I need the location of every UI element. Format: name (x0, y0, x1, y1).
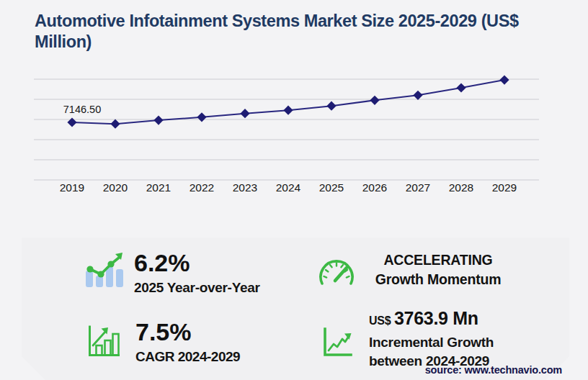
x-tick-label: 2023 (233, 181, 257, 194)
stat-momentum: ACCELERATING Growth Momentum (317, 252, 533, 292)
x-tick-label: 2027 (406, 181, 430, 194)
x-tick-label: 2020 (103, 181, 128, 194)
line-growth-icon (323, 327, 353, 360)
stat-cagr: 7.5% CAGR 2024-2029 (88, 320, 290, 364)
stat-incremental: US$ 3763.9 Mn Incremental Growth between… (323, 308, 553, 368)
data-point-label: 7146.50 (63, 104, 101, 115)
x-tick-label: 2028 (449, 181, 473, 194)
data-point-marker (197, 112, 206, 122)
incremental-label-line1: Incremental Growth (369, 334, 494, 350)
incremental-value: 3763.9 Mn (394, 308, 478, 328)
stat-yoy: 6.2% 2025 Year-over-Year (85, 250, 287, 294)
yoy-value: 6.2% (134, 250, 260, 275)
bar-chart-frame-icon (88, 325, 120, 360)
x-tick-label: 2019 (60, 181, 84, 194)
x-tick-label: 2025 (319, 181, 344, 194)
data-point-marker (370, 96, 379, 105)
incremental-currency: US$ (369, 315, 391, 327)
incremental-value-row: US$ 3763.9 Mn (369, 308, 494, 329)
x-tick-label: 2021 (146, 181, 171, 194)
data-line (72, 80, 504, 124)
momentum-status: ACCELERATING (362, 252, 514, 268)
data-point-marker (326, 101, 336, 111)
x-tick-label: 2024 (276, 181, 301, 194)
momentum-label: Growth Momentum (362, 271, 514, 288)
data-point-marker (456, 83, 466, 92)
data-point-marker (240, 109, 249, 118)
x-tick-label: 2026 (362, 181, 387, 194)
cagr-label: CAGR 2024-2029 (135, 348, 240, 365)
cagr-value: 7.5% (135, 320, 240, 344)
data-point-marker (110, 119, 120, 129)
data-point-marker (67, 117, 76, 127)
bar-chart-trend-icon (85, 252, 125, 291)
yoy-label: 2025 Year-over-Year (134, 279, 260, 296)
data-point-marker (153, 116, 163, 125)
data-point-marker (283, 106, 293, 115)
data-point-marker (499, 76, 509, 85)
data-point-marker (413, 91, 422, 100)
speedometer-icon (317, 255, 356, 291)
page-title: Automotive Infotainment Systems Market S… (35, 11, 543, 52)
source-credit: source: www.technavio.com (425, 364, 562, 376)
line-chart-svg: 2019202020212022202320242025202620272028… (0, 63, 588, 202)
market-line-chart: 2019202020212022202320242025202620272028… (0, 63, 588, 202)
x-tick-label: 2022 (190, 181, 214, 194)
x-tick-label: 2029 (492, 181, 517, 194)
